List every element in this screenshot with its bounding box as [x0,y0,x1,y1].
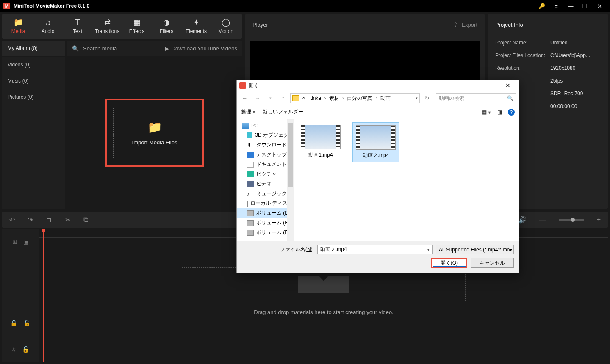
split-button[interactable]: ✂ [65,216,71,224]
file-item[interactable]: 動画1.mp4 [297,122,344,161]
tab-elements[interactable]: ✦Elements [181,14,211,39]
tree-node[interactable]: ローカル ディスク ( [237,199,294,208]
maximize-button[interactable]: ❐ [578,0,592,12]
breadcrumb-item[interactable]: tinka [309,95,323,101]
dialog-title: 開く [249,82,259,89]
tree-node[interactable]: ボリューム (F:) [237,228,294,237]
tab-strip: 📁Media♫AudioTText⇄Transitions▦Effects◑Fi… [2,14,242,39]
tab-audio[interactable]: ♫Audio [33,14,63,39]
file-item[interactable]: 動画２.mp4 [352,122,399,162]
tree-scrollbar[interactable] [287,119,294,241]
tree-node[interactable]: 3D オブジェクト [237,130,294,140]
tree-node[interactable]: デスクトップ [237,150,294,160]
info-row: Resolution:1920x1080 [488,62,608,74]
tree-node[interactable]: ⬇ダウンロード [237,140,294,150]
open-button[interactable]: 開く(O) [431,258,467,268]
cancel-button[interactable]: キャンセル [471,258,514,268]
breadcrumb-item[interactable]: 素材 [327,95,341,101]
zoom-in-button[interactable]: + [597,216,601,223]
delete-button[interactable]: 🗑 [46,216,53,223]
tab-filters[interactable]: ◑Filters [152,14,181,39]
folder-tree[interactable]: PC3D オブジェクト⬇ダウンロードデスクトップドキュメントピクチャビデオ♪ミュ… [237,119,294,241]
track-layers-icon[interactable]: ▣ [23,238,29,245]
info-row: Project Files Location:C:\Users\bj\App..… [488,49,608,62]
tab-media[interactable]: 📁Media [3,14,33,39]
license-key-icon[interactable]: 🔑 [535,0,549,12]
tree-node[interactable]: ♪ミュージック [237,189,294,199]
organize-menu[interactable]: 整理▼ [241,108,256,116]
playhead[interactable] [43,229,44,362]
minimize-button[interactable]: — [563,0,578,12]
player-title: Player [252,22,268,28]
transitions-icon: ⇄ [104,18,111,27]
app-logo-icon: M [3,3,10,9]
export-button[interactable]: ⇪ Export [453,22,477,28]
tab-motion[interactable]: ◯Motion [211,14,241,39]
tree-node[interactable]: ボリューム (E:) [237,218,294,228]
tree-node[interactable]: ドキュメント [237,160,294,169]
motion-icon: ◯ [222,18,230,27]
redo-button[interactable]: ↷ [28,216,33,224]
file-thumbnail-icon [356,125,396,150]
view-mode-button[interactable]: ▦▼ [482,109,491,115]
media-category[interactable]: Videos (0) [2,57,65,73]
tree-icon [247,171,254,177]
dropzone-placeholder-icon [298,276,349,293]
folder-icon [292,95,299,101]
tree-icon [247,201,248,207]
import-media-highlight: 📁 Import Media Files [105,99,204,167]
audio-track-icon[interactable]: ♫ [11,346,16,353]
address-bar[interactable]: « tinka › 素材 › 自分の写真 › 動画 ▾ [290,93,420,103]
crop-button[interactable]: ⧉ [83,216,88,223]
help-button[interactable]: ? [508,109,515,116]
zoom-out-button[interactable]: — [539,216,546,223]
import-media-label: Import Media Files [132,139,177,146]
zoom-slider[interactable] [559,219,584,221]
dialog-close-button[interactable]: ✕ [499,82,516,89]
search-media-input[interactable]: Search media [83,45,117,52]
tree-icon [247,152,254,158]
search-icon: 🔍 [507,95,513,101]
tab-text[interactable]: TText [63,14,92,39]
tree-node[interactable]: ピクチャ [237,169,294,179]
media-category[interactable]: Music (0) [2,73,65,89]
mute-video-icon[interactable]: 🔓 [23,320,30,326]
tab-transitions[interactable]: ⇄Transitions [92,14,122,39]
new-folder-button[interactable]: 新しいフォルダー [263,108,303,116]
tree-icon: ♪ [247,191,254,197]
filetype-select[interactable]: All Supported Files (*.mp4;*.mo▾ [436,245,514,254]
dialog-search-input[interactable]: 動画の検索 🔍 [436,93,516,103]
menu-icon[interactable]: ≡ [549,0,563,12]
undo-button[interactable]: ↶ [9,216,15,224]
tree-node[interactable]: ビデオ [237,179,294,189]
media-category[interactable]: Pictures (0) [2,89,65,105]
nav-back-button[interactable]: ← [239,93,250,103]
refresh-button[interactable]: ↻ [421,93,433,103]
file-thumbnail-icon [301,125,341,149]
close-button[interactable]: ✕ [592,0,607,12]
tree-icon [247,132,252,138]
add-track-icon[interactable]: ⊞ [12,238,17,245]
file-open-dialog: 開く ✕ ← → ▾ ↑ « tinka › 素材 › 自分の写真 › 動画 ▾… [236,80,519,273]
nav-forward-button[interactable]: → [252,93,263,103]
info-row: Project Name:Untitled [488,36,608,49]
nav-history-button[interactable]: ▾ [265,93,276,103]
lock-video-icon[interactable]: 🔒 [10,320,17,326]
breadcrumb-item[interactable]: 自分の写真 [345,95,374,101]
tree-node[interactable]: ボリューム (D:) [237,208,294,218]
filename-input[interactable]: 動画２.mp4▾ [317,245,433,254]
preview-pane-button[interactable]: ◨ [497,109,502,115]
import-media-button[interactable]: 📁 Import Media Files [113,108,196,158]
filters-icon: ◑ [163,18,170,27]
tree-icon [247,181,254,187]
text-icon: T [75,18,80,27]
tab-effects[interactable]: ▦Effects [122,14,152,39]
download-youtube-link[interactable]: Download YouTube Videos [172,45,237,52]
titlebar: M MiniTool MovieMaker Free 8.1.0 🔑 ≡ — ❐… [0,0,610,12]
nav-up-button[interactable]: ↑ [277,93,288,103]
file-list[interactable]: 動画1.mp4動画２.mp4 [294,119,519,241]
lock-audio-icon[interactable]: 🔓 [22,346,29,353]
tree-node[interactable]: PC [237,121,294,130]
breadcrumb-item[interactable]: 動画 [379,95,392,101]
my-album-header[interactable]: My Album (0) [2,41,65,56]
